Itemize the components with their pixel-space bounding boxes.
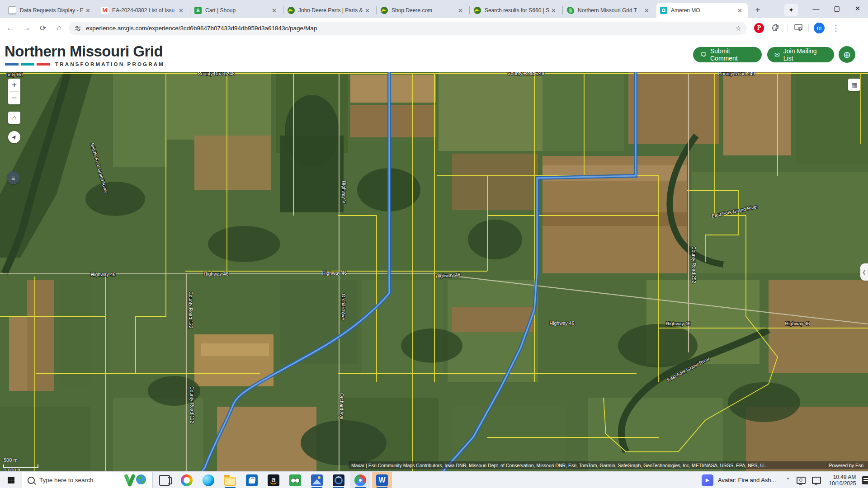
url-text[interactable]: experience.arcgis.com/experience/3cd6b96… [86, 25, 317, 32]
start-button[interactable] [0, 472, 22, 488]
attribution-text: Maxar | Esri Community Maps Contributors… [351, 463, 768, 468]
extensions-puzzle-icon[interactable] [771, 23, 780, 32]
taskbar-copilot[interactable] [177, 472, 197, 488]
save-page-icon[interactable] [794, 23, 803, 32]
store-icon [246, 474, 258, 486]
media-playing-icon[interactable]: ▶ [702, 474, 713, 486]
clock-date: 10/10/2025 [829, 480, 856, 487]
taskbar-media-app[interactable] [329, 472, 349, 488]
locate-arrow-icon: ➤ [10, 133, 19, 141]
tab-close-icon[interactable]: ✕ [177, 7, 185, 14]
taskbar-clock[interactable]: 10:49 AM 10/10/2025 [829, 474, 856, 487]
tab-close-icon[interactable]: ✕ [549, 7, 558, 14]
john-deere-favicon-icon [381, 7, 388, 14]
john-deere-favicon-icon [474, 7, 481, 14]
tab-northern-missouri-grid[interactable]: Northern Missouri Grid T ✕ [563, 3, 655, 18]
globe-icon: ⊕ [843, 49, 851, 60]
browser-menu-icon[interactable]: ⋮ [830, 22, 842, 34]
logo-bar-red [37, 63, 50, 66]
search-icon [28, 477, 35, 484]
amazon-icon: a [268, 474, 279, 486]
svg-text:Highway 46: Highway 46 [785, 321, 810, 326]
address-bar[interactable]: experience.arcgis.com/experience/3cd6b96… [69, 22, 747, 35]
browser-tab-bar: Data Requests Display - E ✕ M EA-2024-03… [0, 0, 868, 18]
svg-text:County Road 248: County Road 248 [198, 72, 235, 76]
taskbar-chrome[interactable] [350, 472, 370, 488]
svg-text:Highway 46: Highway 46 [322, 270, 347, 276]
powered-by-esri[interactable]: Powered by Esri [829, 463, 865, 468]
document-favicon-icon [8, 6, 16, 14]
svg-text:County Road 122: County Road 122 [189, 386, 195, 423]
tab-close-icon[interactable]: ✕ [456, 7, 465, 14]
site-header: Northern Missouri Grid TRANSFORMATION PR… [0, 38, 868, 72]
taskbar-file-explorer[interactable] [220, 472, 240, 488]
tab-close-icon[interactable]: ✕ [736, 7, 744, 14]
meet-now-icon[interactable] [797, 477, 806, 484]
tab-shop-deere[interactable]: Shop.Deere.com ✕ [377, 3, 468, 18]
copilot-icon [181, 474, 193, 486]
tab-close-icon[interactable]: ✕ [642, 7, 651, 14]
tab-organize-icon[interactable]: ✦ [784, 4, 798, 16]
bookmark-star-icon[interactable]: ☆ [736, 24, 741, 33]
gmail-favicon-icon: M [101, 7, 108, 14]
map-canvas[interactable]: unty Rd County Road 248 County Road 249 … [0, 72, 868, 471]
task-view-button[interactable] [159, 475, 170, 486]
window-close-button[interactable]: ✕ [847, 0, 868, 17]
scale-bar [3, 465, 38, 468]
overview-map-button[interactable]: ▦ [848, 79, 860, 91]
window-maximize-button[interactable]: ▢ [826, 0, 847, 17]
search-highlight-ribbon-globe-icon[interactable] [125, 474, 149, 487]
tab-close-icon[interactable]: ✕ [363, 7, 372, 14]
nm-grid-favicon-icon [567, 7, 574, 14]
new-tab-button[interactable]: + [751, 4, 764, 16]
tab-close-icon[interactable]: ✕ [84, 7, 92, 14]
taskbar-amazon[interactable]: a [264, 472, 283, 488]
locate-me-button[interactable]: ➤ [8, 131, 20, 143]
svg-text:Orchard Ave: Orchard Ave [339, 393, 344, 419]
scale-bar-metric: 500 m [4, 457, 18, 463]
file-explorer-icon [224, 477, 236, 486]
profile-avatar[interactable]: m [814, 23, 825, 33]
site-info-icon[interactable] [74, 25, 81, 32]
media-title[interactable]: Avatar: Fire and Ash... [718, 477, 776, 483]
tab-john-deere-parts[interactable]: John Deere Parts | Parts & ✕ [284, 3, 375, 18]
ameren-favicon-icon [660, 7, 667, 14]
taskbar-photos[interactable] [307, 472, 327, 488]
tab-gmail[interactable]: M EA-2024-0302 List of Issu ✕ [98, 3, 189, 18]
clock-time: 10:49 AM [829, 474, 856, 480]
zoom-control: + − [8, 79, 20, 104]
language-globe-button[interactable]: ⊕ [839, 46, 855, 63]
tab-data-requests[interactable]: Data Requests Display - E ✕ [5, 3, 96, 18]
taskbar-word-active[interactable]: W [372, 472, 392, 488]
tab-search-s660[interactable]: Search results for S660 | S ✕ [470, 3, 561, 18]
tab-ameren-mo-active[interactable]: Ameren MO ✕ [656, 3, 748, 18]
join-mailing-list-button[interactable]: ✉ Join Mailing List [767, 47, 834, 62]
page-title: Northern Missouri Grid [5, 43, 163, 60]
side-panel-expand-handle[interactable]: ❮ [860, 263, 868, 281]
svg-text:County Road 252: County Road 252 [691, 246, 697, 283]
tab-close-icon[interactable]: ✕ [270, 7, 278, 14]
submit-comment-button[interactable]: 🗨 Submit Comment [693, 47, 762, 62]
notification-center-icon[interactable]: 2 [862, 476, 868, 484]
logo-subtitle-row: TRANSFORMATION PROGRAM [5, 61, 165, 67]
pinterest-extension-icon[interactable]: P [754, 23, 764, 33]
zoom-out-button[interactable]: − [8, 92, 20, 104]
back-icon[interactable]: ← [5, 22, 16, 34]
taskbar-microsoft-store[interactable] [242, 472, 262, 488]
home-icon[interactable]: ⌂ [53, 22, 65, 34]
default-extent-home-button[interactable]: ⌂ [8, 112, 20, 124]
tab-shoup-cart[interactable]: S Cart | Shoup ✕ [191, 3, 282, 18]
network-icon[interactable] [812, 477, 821, 484]
windows-taskbar: Type here to search a W ▶ Avatar: Fire a… [0, 471, 868, 488]
forward-icon[interactable]: → [21, 22, 33, 34]
chrome-icon [354, 474, 366, 486]
reload-icon[interactable]: ⟳ [37, 22, 49, 34]
taskbar-edge[interactable] [198, 472, 218, 488]
tray-expand-chevron-icon[interactable]: ⌃ [785, 477, 790, 483]
legend-layers-button[interactable]: ≡ [7, 171, 20, 184]
zoom-in-button[interactable]: + [8, 79, 20, 91]
window-minimize-button[interactable]: — [806, 0, 826, 17]
taskbar-tripadvisor[interactable] [285, 472, 305, 488]
taskbar-search-input[interactable]: Type here to search [22, 472, 153, 488]
svg-text:Highway V: Highway V [341, 181, 347, 203]
